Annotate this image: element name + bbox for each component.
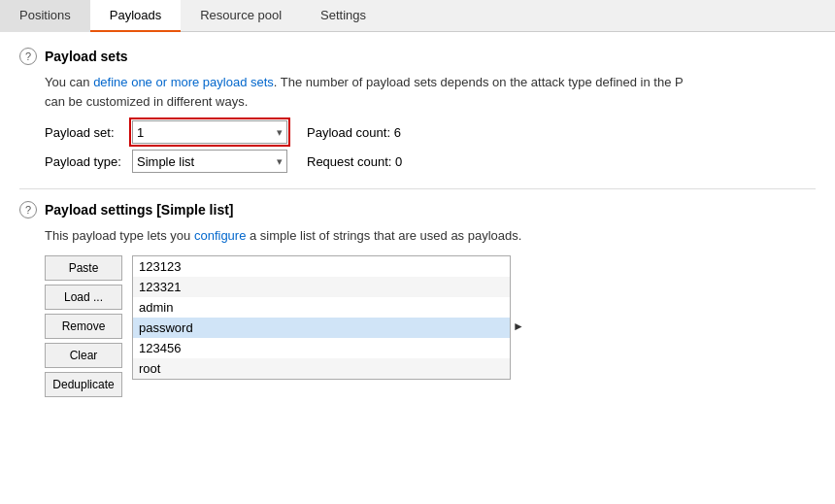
list-item[interactable]: 123456 <box>133 338 510 358</box>
request-count-label: Request count: <box>307 154 391 169</box>
payload-count-value: 6 <box>394 125 401 140</box>
payload-settings-section: ? Payload settings [Simple list] This pa… <box>19 201 816 397</box>
configure-link[interactable]: configure <box>194 228 246 243</box>
list-item[interactable]: admin <box>133 297 510 318</box>
payload-set-select[interactable]: 1 2 3 <box>132 120 287 144</box>
define-sets-link[interactable]: define one or more payload sets <box>93 75 274 89</box>
payload-set-row: Payload set: 1 2 3 Payload count: 6 <box>45 120 816 144</box>
payload-settings-header: ? Payload settings [Simple list] <box>19 201 816 218</box>
request-count-value: 0 <box>395 154 402 169</box>
paste-button[interactable]: Paste <box>45 255 122 281</box>
load-button[interactable]: Load ... <box>45 285 122 310</box>
payload-set-select-wrapper: 1 2 3 <box>132 120 287 144</box>
payload-settings-description: This payload type lets you configure a s… <box>45 226 816 246</box>
clear-button[interactable]: Clear <box>45 343 122 368</box>
scroll-right-arrow[interactable]: ► <box>513 319 524 333</box>
payload-type-row: Payload type: Simple list Runtime file C… <box>45 150 816 173</box>
payload-list-wrapper: 123123 123321 admin password 123456 root… <box>132 255 511 397</box>
tab-settings[interactable]: Settings <box>301 0 385 32</box>
tab-payloads[interactable]: Payloads <box>90 0 181 32</box>
deduplicate-button[interactable]: Deduplicate <box>45 372 122 397</box>
list-item[interactable]: 123321 <box>133 277 510 297</box>
payload-count-info: Payload count: 6 <box>307 125 401 140</box>
main-content: ? Payload sets You can define one or mor… <box>0 32 835 428</box>
payload-sets-help-icon[interactable]: ? <box>19 48 37 65</box>
tab-positions[interactable]: Positions <box>0 0 90 32</box>
list-item[interactable]: root <box>133 358 510 379</box>
payload-list[interactable]: 123123 123321 admin password 123456 root <box>132 255 511 380</box>
remove-button[interactable]: Remove <box>45 314 122 339</box>
payload-sets-description: You can define one or more payload sets.… <box>45 73 816 111</box>
payload-settings-help-icon[interactable]: ? <box>19 201 37 218</box>
payload-set-label: Payload set: <box>45 125 132 140</box>
tab-bar: Positions Payloads Resource pool Setting… <box>0 0 835 32</box>
payload-settings-title: Payload settings [Simple list] <box>45 202 234 218</box>
section-divider <box>19 188 816 189</box>
request-count-info: Request count: 0 <box>307 154 402 169</box>
payload-settings-area: Paste Load ... Remove Clear Deduplicate … <box>45 255 816 397</box>
tab-resource-pool[interactable]: Resource pool <box>181 0 301 32</box>
list-item[interactable]: 123123 <box>133 256 510 277</box>
payload-type-label: Payload type: <box>45 154 132 169</box>
payload-sets-section: ? Payload sets You can define one or mor… <box>19 48 816 173</box>
payload-count-label: Payload count: <box>307 125 390 140</box>
list-item-selected[interactable]: password <box>133 318 510 338</box>
payload-type-select-wrapper: Simple list Runtime file Custom iterator… <box>132 150 287 173</box>
payload-sets-header: ? Payload sets <box>19 48 816 65</box>
payload-action-buttons: Paste Load ... Remove Clear Deduplicate <box>45 255 122 397</box>
payload-sets-title: Payload sets <box>45 49 128 64</box>
payload-type-select[interactable]: Simple list Runtime file Custom iterator… <box>132 150 287 173</box>
